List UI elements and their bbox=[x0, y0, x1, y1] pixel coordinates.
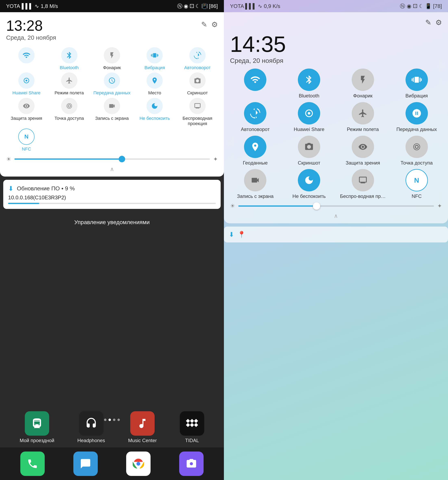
tile-screenshot-left[interactable]: Скриншот bbox=[177, 72, 218, 96]
home-app-tidal[interactable]: TIDAL bbox=[180, 411, 204, 443]
tile-wireless-proj-right[interactable]: Беспро-водная пр… bbox=[338, 169, 388, 199]
time-left: 13:28 bbox=[6, 18, 56, 33]
edit-icon-right[interactable]: ✎ bbox=[425, 18, 431, 27]
tile-wifi-left[interactable] bbox=[6, 47, 47, 70]
tile-autorotate-right[interactable]: Автоповорот bbox=[230, 102, 281, 132]
phone-right: YOTA ▌▌▌ ∿ 0,9 K/s Ⓝ ◉ ⚀ ☾ 📳 [78] ✎ ⚙ 14… bbox=[224, 0, 448, 480]
brightness-row-right: ☀ ✦ bbox=[230, 203, 442, 209]
eye-tile-icon-right bbox=[352, 136, 374, 158]
tile-airplane-right[interactable]: Режим полета bbox=[338, 102, 388, 132]
tile-data-transfer-right[interactable]: Передача данных bbox=[391, 102, 442, 132]
tile-huawei-share-right[interactable]: Huawei Share bbox=[284, 102, 334, 132]
home-app-transport[interactable]: Мой проездной bbox=[20, 411, 55, 443]
notif-progress-bar-left bbox=[8, 203, 216, 204]
brightness-slider-right[interactable] bbox=[238, 205, 434, 207]
screen-record-tile-icon-right bbox=[244, 169, 266, 191]
tile-wifi-right[interactable] bbox=[230, 69, 281, 99]
settings-icon-right[interactable]: ⚙ bbox=[435, 18, 442, 27]
music-center-label: Music Center bbox=[128, 438, 157, 443]
status-left-info: YOTA ▌▌▌ ∿ 1,8 M/s bbox=[6, 3, 58, 9]
signal-right: ▌▌▌ bbox=[245, 3, 256, 9]
status-right-icons-right: Ⓝ ◉ ⚀ ☾ 📳 [78] bbox=[400, 3, 442, 10]
dock-phone[interactable] bbox=[20, 452, 45, 476]
airplane-tile-icon-left bbox=[61, 72, 77, 89]
manage-notifications-btn-left[interactable]: Управление уведомлениями bbox=[0, 215, 224, 230]
brightness-thumb-left[interactable] bbox=[119, 156, 125, 162]
tile-flashlight-right[interactable]: Фонарик bbox=[338, 69, 388, 99]
tile-nfc-left[interactable]: N NFC bbox=[6, 128, 47, 152]
dock-camera[interactable] bbox=[179, 452, 204, 476]
tile-hotspot-right[interactable]: Точка доступа bbox=[391, 136, 442, 166]
tile-dnd-right[interactable]: Не беспокоить bbox=[284, 169, 334, 199]
brightness-slider-left[interactable] bbox=[14, 158, 210, 160]
tile-bluetooth-right[interactable]: Bluetooth bbox=[284, 69, 334, 99]
bt-icon-left: ◉ bbox=[184, 3, 188, 9]
data-transfer-tile-icon-right bbox=[406, 102, 428, 125]
tile-data-transfer-left[interactable]: Передача данных bbox=[92, 72, 132, 96]
svg-point-6 bbox=[308, 112, 310, 115]
settings-icon-left[interactable]: ⚙ bbox=[211, 20, 218, 29]
location-tile-icon-left bbox=[146, 72, 163, 89]
panel-chevron-right[interactable]: ∧ bbox=[230, 212, 442, 219]
date-right: Среда, 20 ноября bbox=[230, 57, 442, 64]
data-transfer-tile-label-left: Передача данных bbox=[93, 90, 131, 96]
tile-vibration-left[interactable]: Вибрация bbox=[134, 47, 175, 70]
tiles-grid-left: Bluetooth Фонарик Вибрация Автоповорот bbox=[6, 47, 218, 152]
tile-bluetooth-left[interactable]: Bluetooth bbox=[49, 47, 90, 70]
edit-icon-left[interactable]: ✎ bbox=[201, 20, 207, 29]
notification-panel-right: ✎ ⚙ 14:35 Среда, 20 ноября Bluetooth bbox=[224, 12, 448, 223]
brightness-thumb-right[interactable] bbox=[313, 202, 320, 210]
messages-dock-icon bbox=[73, 452, 98, 476]
notif-progress-fill-left bbox=[8, 203, 39, 204]
headphones-label: Headphones bbox=[77, 438, 105, 443]
tile-screenshot-right[interactable]: Скриншот bbox=[284, 136, 334, 166]
tile-dnd-left[interactable]: Не беспокоить bbox=[134, 98, 175, 127]
tile-hotspot-left[interactable]: Точка доступа bbox=[49, 98, 90, 127]
dock-chrome[interactable] bbox=[126, 452, 151, 476]
tile-vibration-right[interactable]: Вибрация bbox=[391, 69, 442, 99]
tile-huawei-share-left[interactable]: Huawei Share bbox=[6, 72, 47, 96]
flashlight-tile-label-left: Фонарик bbox=[103, 65, 121, 70]
brightness-min-icon-left: ☀ bbox=[6, 156, 11, 162]
huawei-share-tile-icon-right bbox=[298, 102, 320, 125]
status-bar-left: YOTA ▌▌▌ ∿ 1,8 M/s Ⓝ ◉ ⚀ ☾ 📳 [86] bbox=[0, 0, 224, 12]
phone-left: YOTA ▌▌▌ ∿ 1,8 M/s Ⓝ ◉ ⚀ ☾ 📳 [86] 13:28 … bbox=[0, 0, 224, 480]
status-right-icons-left: Ⓝ ◉ ⚀ ☾ 📳 [86] bbox=[177, 3, 218, 10]
wireless-proj-tile-label-right: Беспро-водная пр… bbox=[340, 193, 386, 199]
wireless-proj-tile-label-left: Беспроводная проекция bbox=[177, 116, 218, 127]
huawei-share-tile-label-right: Huawei Share bbox=[294, 127, 324, 132]
brightness-row-left: ☀ ✦ bbox=[6, 156, 218, 162]
nfc-icon-right: Ⓝ bbox=[400, 3, 405, 9]
status-bar-right: YOTA ▌▌▌ ∿ 0,9 K/s Ⓝ ◉ ⚀ ☾ 📳 [78] bbox=[224, 0, 448, 12]
dock-bar-left bbox=[0, 447, 224, 480]
nfc-tile-label-right: NFC bbox=[412, 193, 422, 199]
tile-airplane-left[interactable]: Режим полета bbox=[49, 72, 90, 96]
tile-screen-record-left[interactable]: Запись с экрана bbox=[92, 98, 132, 127]
dock-messages[interactable] bbox=[73, 452, 98, 476]
notif-subtitle-left: 10.0.0.168(C10E3R3P2) bbox=[8, 194, 216, 201]
svg-point-2 bbox=[68, 105, 70, 107]
tile-eye-right[interactable]: Защита зрения bbox=[338, 136, 388, 166]
panel-chevron-left[interactable]: ∧ bbox=[6, 166, 218, 172]
location-icon-bottom-right: 📍 bbox=[238, 231, 246, 238]
tile-flashlight-left[interactable]: Фонарик bbox=[92, 47, 132, 70]
tile-wireless-proj-left[interactable]: Беспроводная проекция bbox=[177, 98, 218, 127]
tile-nfc-right[interactable]: N NFC bbox=[391, 169, 442, 199]
tile-autorotate-left[interactable]: Автоповорот bbox=[177, 47, 218, 70]
home-app-headphones[interactable]: Headphones bbox=[77, 411, 105, 443]
home-apps-row-left: Мой проездной Headphones Music Center TI… bbox=[0, 407, 224, 447]
nfc-icon-left: Ⓝ bbox=[177, 3, 182, 10]
tile-location-right[interactable]: Геоданные bbox=[230, 136, 281, 166]
tile-screen-record-right[interactable]: Запись с экрана bbox=[230, 169, 281, 199]
vibration-tile-icon-right bbox=[406, 69, 428, 91]
wifi-icon-right: ∿ bbox=[258, 3, 262, 9]
headphones-icon bbox=[79, 411, 103, 436]
wifi-icon-left: ∿ bbox=[34, 3, 39, 9]
tile-location-left[interactable]: Место bbox=[134, 72, 175, 96]
tile-eye-left[interactable]: Защита зрения bbox=[6, 98, 47, 127]
date-left: Среда, 20 ноября bbox=[6, 34, 56, 41]
tidal-label: TIDAL bbox=[185, 438, 199, 443]
battery-left: [86] bbox=[209, 3, 218, 9]
home-app-music-center[interactable]: Music Center bbox=[128, 411, 157, 443]
brightness-max-icon-left: ✦ bbox=[213, 156, 218, 162]
